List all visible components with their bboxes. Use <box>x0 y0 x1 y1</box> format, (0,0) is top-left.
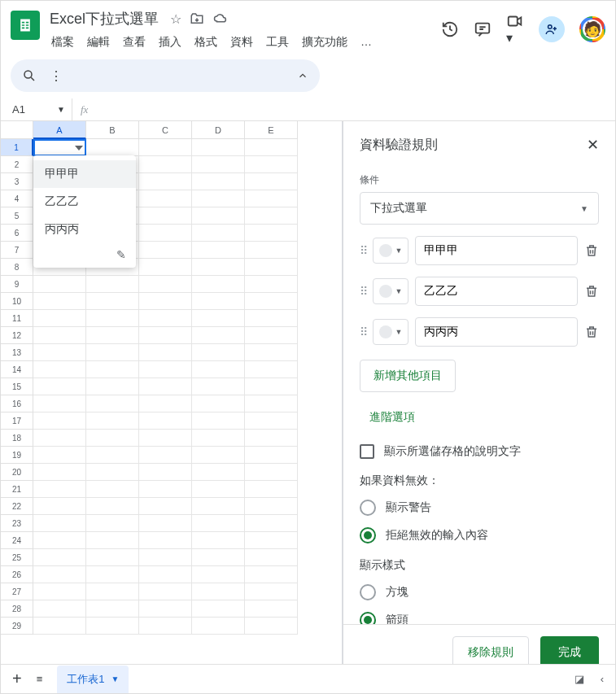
row-header[interactable]: 25 <box>1 549 33 566</box>
menu-item[interactable]: 格式 <box>190 32 222 53</box>
cell[interactable] <box>245 583 298 600</box>
document-title[interactable]: Excel下拉式選單 <box>46 7 162 30</box>
cell[interactable] <box>245 327 298 344</box>
delete-item-icon[interactable] <box>584 243 599 258</box>
cell[interactable] <box>245 225 298 242</box>
row-header[interactable]: 10 <box>1 293 33 310</box>
column-header[interactable]: D <box>192 121 245 139</box>
cell[interactable] <box>139 549 192 566</box>
cell[interactable] <box>192 583 245 600</box>
cell[interactable] <box>86 361 139 378</box>
name-box[interactable]: A1▼ <box>1 98 72 120</box>
cell[interactable] <box>192 173 245 190</box>
row-header[interactable]: 29 <box>1 618 33 635</box>
cell[interactable] <box>245 412 298 430</box>
cell[interactable] <box>192 276 245 293</box>
cell[interactable] <box>33 412 86 430</box>
cell[interactable] <box>139 378 192 395</box>
cell[interactable] <box>139 276 192 293</box>
cell[interactable] <box>86 618 139 635</box>
cell[interactable] <box>192 225 245 242</box>
menu-item[interactable]: 擴充功能 <box>297 32 352 53</box>
style-radio[interactable]: 方塊 <box>360 584 599 600</box>
cell[interactable] <box>86 515 139 532</box>
cell[interactable] <box>33 430 86 447</box>
cell[interactable] <box>139 225 192 242</box>
drag-handle-icon[interactable]: ⠿ <box>360 244 366 257</box>
drag-handle-icon[interactable]: ⠿ <box>360 285 366 298</box>
cell[interactable] <box>192 327 245 344</box>
cell[interactable] <box>139 532 192 549</box>
cell[interactable] <box>33 618 86 635</box>
row-header[interactable]: 13 <box>1 344 33 361</box>
cell[interactable] <box>139 310 192 327</box>
cell[interactable] <box>245 139 298 156</box>
cell[interactable] <box>192 156 245 173</box>
row-header[interactable]: 22 <box>1 498 33 515</box>
menu-item[interactable]: 工具 <box>261 32 294 53</box>
cell[interactable] <box>192 566 245 583</box>
cell[interactable] <box>33 498 86 515</box>
share-button[interactable] <box>539 16 565 42</box>
cell[interactable] <box>245 242 298 259</box>
cell[interactable] <box>192 447 245 464</box>
row-header[interactable]: 11 <box>1 310 33 327</box>
row-header[interactable]: 1 <box>1 139 33 156</box>
cell[interactable] <box>86 549 139 566</box>
cell[interactable] <box>139 447 192 464</box>
cell[interactable] <box>192 242 245 259</box>
cell[interactable] <box>245 549 298 566</box>
row-header[interactable]: 8 <box>1 259 33 276</box>
cell[interactable] <box>139 430 192 447</box>
row-header[interactable]: 24 <box>1 532 33 549</box>
cell[interactable] <box>86 276 139 293</box>
menu-item[interactable]: 插入 <box>154 32 186 53</box>
cell[interactable] <box>33 600 86 618</box>
cell[interactable] <box>192 190 245 207</box>
cell[interactable] <box>139 207 192 225</box>
cell[interactable] <box>33 378 86 395</box>
cell[interactable] <box>139 566 192 583</box>
cell[interactable] <box>192 344 245 361</box>
dropdown-option[interactable]: 丙丙丙 <box>33 216 136 243</box>
row-header[interactable]: 3 <box>1 173 33 190</box>
cell[interactable] <box>33 395 86 412</box>
cell[interactable] <box>33 583 86 600</box>
cell[interactable] <box>139 395 192 412</box>
cell[interactable] <box>245 259 298 276</box>
cell[interactable] <box>33 344 86 361</box>
cell[interactable] <box>139 293 192 310</box>
cell[interactable] <box>192 515 245 532</box>
condition-select[interactable]: 下拉式選單▼ <box>360 192 599 225</box>
show-help-checkbox[interactable] <box>360 444 374 459</box>
cell[interactable] <box>86 327 139 344</box>
cell[interactable] <box>139 600 192 618</box>
row-header[interactable]: 27 <box>1 583 33 600</box>
cell[interactable] <box>245 378 298 395</box>
cell[interactable] <box>33 532 86 549</box>
cell[interactable] <box>33 327 86 344</box>
edit-dropdown-icon[interactable]: ✎ <box>33 243 136 263</box>
cell[interactable] <box>245 344 298 361</box>
cell[interactable] <box>245 190 298 207</box>
cell[interactable] <box>86 412 139 430</box>
cell[interactable] <box>86 566 139 583</box>
dropdown-option[interactable]: 乙乙乙 <box>33 188 136 216</box>
cell[interactable] <box>139 481 192 498</box>
cell[interactable] <box>33 549 86 566</box>
item-input[interactable] <box>415 236 578 265</box>
all-sheets-icon[interactable]: ≡ <box>37 673 43 685</box>
delete-item-icon[interactable] <box>584 284 599 299</box>
row-header[interactable]: 17 <box>1 412 33 430</box>
cell[interactable] <box>139 156 192 173</box>
cell[interactable] <box>245 600 298 618</box>
item-input[interactable] <box>415 317 578 347</box>
cell[interactable] <box>139 464 192 481</box>
cell[interactable] <box>192 481 245 498</box>
cell[interactable] <box>33 276 86 293</box>
color-chip[interactable]: ▼ <box>373 238 408 264</box>
invalid-radio[interactable]: 拒絕無效的輸入內容 <box>360 527 599 543</box>
cell[interactable] <box>192 378 245 395</box>
drag-handle-icon[interactable]: ⠿ <box>360 325 366 338</box>
cell[interactable] <box>192 549 245 566</box>
